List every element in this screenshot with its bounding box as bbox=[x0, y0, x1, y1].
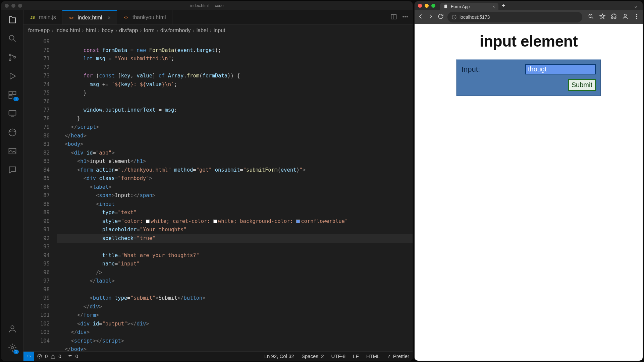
profile-icon[interactable] bbox=[622, 13, 629, 21]
svg-point-23 bbox=[636, 16, 637, 17]
search-icon[interactable] bbox=[7, 33, 18, 44]
svg-point-11 bbox=[11, 347, 13, 349]
editor-tabs: JS main.js <> index.html × <> thankyou.h… bbox=[23, 10, 413, 25]
breadcrumb-item[interactable]: div.formbody bbox=[160, 27, 191, 34]
editor-titlebar[interactable]: index.html — code bbox=[1, 1, 413, 10]
more-actions-icon[interactable] bbox=[402, 13, 409, 21]
extensions-icon[interactable] bbox=[610, 13, 617, 21]
input-label: Input: bbox=[462, 65, 480, 74]
image-icon[interactable] bbox=[7, 145, 18, 157]
breadcrumb-item[interactable]: form-app bbox=[28, 27, 50, 34]
tab-main-js[interactable]: JS main.js bbox=[23, 10, 62, 24]
svg-rect-6 bbox=[9, 95, 12, 98]
breadcrumb-item[interactable]: html bbox=[86, 27, 96, 34]
bookmark-icon[interactable] bbox=[599, 13, 606, 21]
demo-form: Input: Submit bbox=[457, 60, 601, 96]
cursor-position[interactable]: Ln 92, Col 32 bbox=[264, 353, 294, 359]
explorer-icon[interactable] bbox=[7, 14, 18, 25]
status-bar: 0 0 0 Ln 92, Col 32 Spaces: 2 UTF-8 LF H… bbox=[23, 351, 413, 361]
account-icon[interactable] bbox=[7, 323, 18, 335]
page-viewport: input element Input: Submit bbox=[415, 24, 643, 361]
menu-icon[interactable] bbox=[633, 13, 640, 21]
indent-info[interactable]: Spaces: 2 bbox=[302, 353, 324, 359]
editor-window-title: index.html — code bbox=[1, 3, 413, 8]
edge-icon[interactable] bbox=[7, 127, 18, 138]
new-tab-icon[interactable]: + bbox=[502, 2, 505, 9]
svg-rect-4 bbox=[9, 92, 12, 95]
chevron-right-icon: › bbox=[98, 27, 100, 34]
chevron-right-icon: › bbox=[52, 27, 53, 34]
svg-point-15 bbox=[407, 16, 408, 17]
ports-indicator[interactable]: 0 bbox=[67, 353, 78, 359]
close-tab-icon[interactable]: × bbox=[492, 4, 495, 9]
encoding-info[interactable]: UTF-8 bbox=[331, 353, 346, 359]
browser-tab[interactable]: Form App × bbox=[440, 3, 498, 10]
tab-label: thankyou.html bbox=[132, 14, 166, 20]
page-icon bbox=[443, 4, 448, 9]
chevron-right-icon: › bbox=[115, 27, 117, 34]
close-tab-icon[interactable]: × bbox=[108, 15, 111, 21]
browser-toolbar: localhost:5173 bbox=[415, 10, 643, 24]
settings-badge: 1 bbox=[13, 350, 19, 354]
html-file-icon: <> bbox=[123, 14, 129, 20]
run-debug-icon[interactable] bbox=[7, 70, 18, 82]
source-control-icon[interactable] bbox=[7, 52, 18, 63]
svg-rect-18 bbox=[444, 5, 447, 8]
traffic-lights bbox=[418, 4, 435, 8]
svg-point-21 bbox=[624, 14, 627, 16]
eol-info[interactable]: LF bbox=[353, 353, 359, 359]
tab-label: index.html bbox=[78, 15, 102, 21]
breadcrumb-item[interactable]: div#app bbox=[119, 27, 138, 34]
tab-thankyou-html[interactable]: <> thankyou.html bbox=[117, 10, 172, 24]
forward-icon[interactable] bbox=[427, 13, 434, 21]
svg-point-14 bbox=[405, 16, 406, 17]
breadcrumb[interactable]: form-app›index.html›html›body›div#app›fo… bbox=[23, 25, 413, 36]
breadcrumb-item[interactable]: label bbox=[197, 27, 208, 34]
url-text: localhost:5173 bbox=[460, 14, 490, 20]
breadcrumb-item[interactable]: body bbox=[102, 27, 113, 34]
traffic-lights bbox=[5, 4, 22, 8]
back-icon[interactable] bbox=[417, 13, 424, 21]
code-content[interactable]: const formData = new FormData(event.targ… bbox=[57, 36, 413, 351]
remote-explorer-icon[interactable] bbox=[7, 108, 18, 119]
extensions-badge: 1 bbox=[13, 97, 19, 101]
minimize-traffic-icon[interactable] bbox=[11, 4, 15, 8]
chevron-right-icon: › bbox=[210, 27, 211, 34]
breadcrumb-item[interactable]: input bbox=[214, 27, 225, 34]
reload-icon[interactable] bbox=[437, 13, 444, 21]
svg-point-2 bbox=[9, 59, 11, 60]
submit-button[interactable]: Submit bbox=[568, 79, 596, 91]
extensions-icon[interactable]: 1 bbox=[7, 89, 18, 101]
remote-indicator[interactable] bbox=[23, 352, 34, 361]
site-info-icon[interactable] bbox=[451, 14, 457, 20]
svg-rect-5 bbox=[13, 92, 16, 95]
svg-point-22 bbox=[636, 14, 637, 15]
minimize-traffic-icon[interactable] bbox=[425, 4, 429, 8]
tabs-overflow-icon[interactable]: ⌄ bbox=[634, 3, 638, 9]
settings-gear-icon[interactable]: 1 bbox=[7, 342, 18, 353]
problems-indicator[interactable]: 0 0 bbox=[37, 353, 61, 359]
svg-point-0 bbox=[9, 36, 14, 40]
url-bar[interactable]: localhost:5173 bbox=[447, 12, 582, 22]
split-editor-icon[interactable] bbox=[390, 13, 397, 21]
zoom-traffic-icon[interactable] bbox=[18, 4, 22, 8]
chevron-right-icon: › bbox=[82, 27, 84, 34]
svg-point-8 bbox=[9, 129, 16, 136]
breadcrumb-item[interactable]: index.html bbox=[55, 27, 80, 34]
code-editor[interactable]: 6970717273747576777879808182838485868788… bbox=[23, 36, 413, 351]
browser-titlebar[interactable]: Form App × + ⌄ bbox=[415, 1, 643, 10]
svg-point-13 bbox=[403, 16, 404, 17]
thoughts-input[interactable] bbox=[525, 64, 596, 74]
zoom-traffic-icon[interactable] bbox=[431, 4, 435, 8]
tab-index-html[interactable]: <> index.html × bbox=[62, 10, 117, 24]
html-file-icon: <> bbox=[68, 15, 74, 21]
close-traffic-icon[interactable] bbox=[5, 4, 9, 8]
formatter-info[interactable]: ✓ Prettier bbox=[387, 353, 409, 359]
svg-point-24 bbox=[636, 18, 637, 19]
language-mode[interactable]: HTML bbox=[366, 353, 380, 359]
breadcrumb-item[interactable]: form bbox=[144, 27, 155, 34]
zoom-icon[interactable] bbox=[588, 13, 594, 21]
svg-point-10 bbox=[11, 326, 14, 329]
close-traffic-icon[interactable] bbox=[418, 4, 422, 8]
chat-icon[interactable] bbox=[7, 164, 18, 176]
